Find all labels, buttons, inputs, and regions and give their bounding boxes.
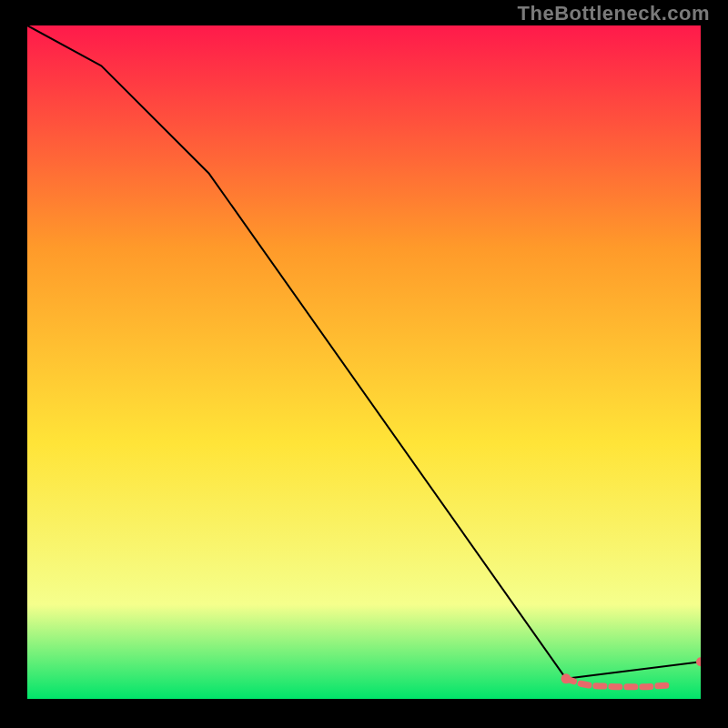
chart-background bbox=[27, 25, 701, 699]
chart-plot bbox=[27, 25, 701, 699]
chart-svg bbox=[27, 25, 701, 699]
chart-frame: TheBottleneck.com bbox=[0, 0, 728, 728]
marker-dot bbox=[561, 673, 571, 683]
attribution-text: TheBottleneck.com bbox=[518, 2, 710, 25]
